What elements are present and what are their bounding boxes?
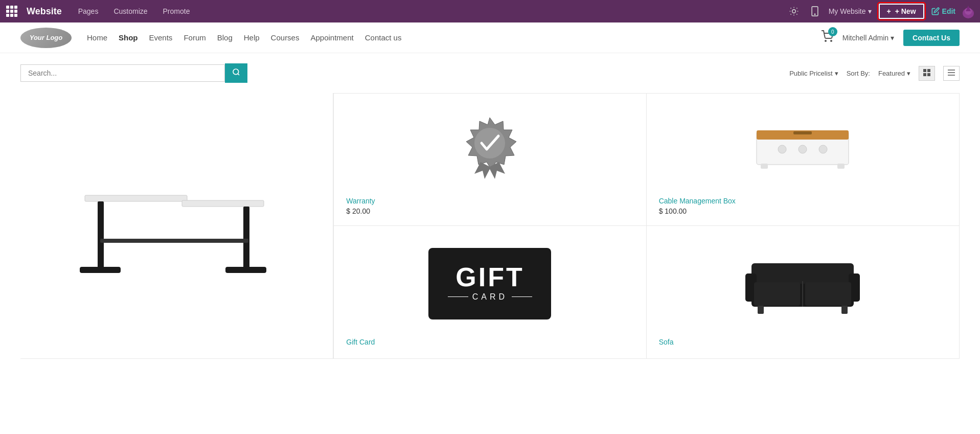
svg-rect-10 (927, 69, 930, 72)
toolbar-row: Public Pricelist ▾ Sort By: Featured ▾ (20, 63, 960, 83)
warranty-badge-image (459, 113, 520, 180)
site-logo: Your Logo (20, 28, 72, 48)
product-name-gift-card[interactable]: Gift Card (346, 338, 375, 346)
pricelist-chevron-icon: ▾ (835, 70, 838, 77)
svg-rect-16 (85, 195, 187, 201)
nav-shop[interactable]: Shop (119, 33, 138, 42)
debug-icon[interactable] (787, 4, 801, 18)
sort-chevron-icon: ▾ (907, 70, 910, 77)
nav-events[interactable]: Events (149, 33, 173, 42)
svg-rect-20 (243, 207, 249, 268)
svg-point-7 (831, 40, 832, 41)
nav-blog[interactable]: Blog (217, 33, 233, 42)
product-featured-desk[interactable] (20, 93, 333, 359)
admin-brand: Website (27, 6, 62, 17)
product-card-sofa[interactable]: Sofa (647, 226, 960, 359)
contact-us-button[interactable]: Contact Us (903, 30, 960, 46)
site-header-right: 0 Mitchell Admin ▾ Contact Us (821, 30, 960, 46)
svg-point-2 (814, 14, 815, 15)
edit-button[interactable]: Edit (931, 7, 955, 15)
product-name-warranty[interactable]: Warranty (346, 197, 375, 205)
cable-box-image-area (659, 104, 947, 190)
site-header: Your Logo Home Shop Events Forum Blog He… (0, 22, 980, 53)
product-card-cable-box[interactable]: Cable Management Box $ 100.00 (647, 93, 960, 226)
nav-appointment[interactable]: Appointment (310, 33, 353, 42)
gift-card-image: GIFT CARD (428, 248, 551, 319)
product-price-warranty: $ 20.00 (346, 207, 370, 215)
svg-point-30 (799, 145, 807, 153)
desk-image (70, 144, 284, 308)
svg-point-8 (233, 69, 239, 75)
gift-card-image-area: GIFT CARD (346, 236, 633, 331)
admin-bar-left: Website Pages Customize Promote (6, 5, 193, 17)
admin-bar-right: My Website ▾ + + New Edit (787, 4, 974, 19)
chevron-down-icon: ▾ (868, 7, 872, 15)
gift-card-gift-text: GIFT (455, 264, 524, 290)
search-button[interactable] (225, 63, 247, 83)
svg-point-6 (825, 40, 826, 41)
svg-rect-27 (761, 164, 768, 169)
svg-rect-11 (923, 73, 926, 76)
admin-nav-customize[interactable]: Customize (110, 5, 150, 17)
cart-button[interactable]: 0 (821, 30, 833, 45)
svg-rect-33 (751, 263, 854, 284)
svg-rect-17 (182, 200, 264, 207)
warranty-image-area (346, 104, 633, 190)
my-website-dropdown[interactable]: My Website ▾ (829, 7, 872, 15)
nav-forum[interactable]: Forum (184, 33, 206, 42)
view-grid-button[interactable] (919, 66, 935, 81)
cart-badge: 0 (828, 27, 837, 36)
logo-area[interactable]: Your Logo (20, 28, 72, 48)
svg-point-23 (474, 128, 505, 158)
admin-bar: Website Pages Customize Promote My Websi… (0, 0, 980, 22)
svg-point-29 (778, 145, 786, 153)
nav-contact-us[interactable]: Contact us (365, 33, 402, 42)
gift-card-line-left (448, 296, 468, 298)
svg-rect-22 (100, 239, 248, 243)
svg-rect-19 (80, 267, 121, 273)
new-button[interactable]: + + New (879, 4, 924, 19)
svg-rect-26 (793, 131, 812, 134)
nav-courses[interactable]: Courses (271, 33, 300, 42)
product-name-sofa[interactable]: Sofa (659, 338, 674, 346)
cable-box-image (751, 121, 854, 172)
sort-label: Sort By: (847, 70, 870, 77)
svg-rect-9 (923, 69, 926, 72)
nav-help[interactable]: Help (244, 33, 260, 42)
user-chevron-icon: ▾ (891, 34, 894, 42)
svg-rect-12 (927, 73, 930, 76)
plus-icon: + (887, 7, 891, 15)
svg-rect-39 (758, 306, 764, 314)
sofa-image-area (659, 236, 947, 331)
svg-rect-28 (837, 164, 845, 169)
svg-rect-40 (841, 306, 848, 314)
search-input[interactable] (20, 64, 225, 82)
products-area: Warranty $ 20.00 (20, 93, 960, 359)
product-card-gift-card[interactable]: GIFT CARD Gift Card (333, 226, 646, 359)
svg-rect-21 (225, 267, 266, 273)
gift-card-line-right (512, 296, 532, 298)
sort-dropdown[interactable]: Featured ▾ (878, 70, 910, 77)
gift-card-divider: CARD (448, 292, 532, 302)
nav-home[interactable]: Home (87, 33, 107, 42)
user-menu[interactable]: Mitchell Admin ▾ (842, 34, 894, 42)
toolbar-right: Public Pricelist ▾ Sort By: Featured ▾ (789, 66, 960, 81)
mobile-view-icon[interactable] (808, 4, 822, 18)
gift-card-card-text: CARD (472, 292, 508, 302)
apps-grid-icon[interactable] (6, 6, 17, 17)
svg-point-0 (792, 10, 795, 13)
admin-nav-promote[interactable]: Promote (160, 5, 193, 17)
sofa-image (741, 250, 864, 317)
view-list-button[interactable] (943, 66, 960, 81)
odoo-logo-icon (963, 4, 974, 18)
svg-rect-37 (754, 282, 800, 306)
product-name-cable-box[interactable]: Cable Management Box (659, 197, 736, 205)
site-nav: Home Shop Events Forum Blog Help Courses… (87, 33, 821, 42)
admin-nav-pages[interactable]: Pages (75, 5, 102, 17)
svg-rect-18 (98, 201, 104, 268)
pricelist-dropdown[interactable]: Public Pricelist ▾ (789, 70, 838, 77)
search-area (20, 63, 256, 83)
svg-point-31 (819, 145, 827, 153)
main-content: Public Pricelist ▾ Sort By: Featured ▾ (0, 53, 980, 369)
product-card-warranty[interactable]: Warranty $ 20.00 (333, 93, 646, 226)
